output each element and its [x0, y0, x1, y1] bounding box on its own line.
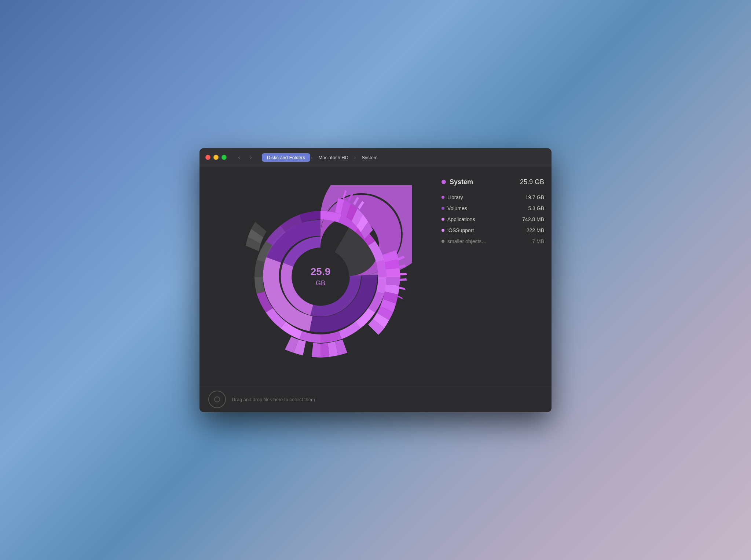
breadcrumb-macintosh-hd[interactable]: Macintosh HD — [313, 153, 353, 162]
legend-name-iossupport: iOSSupport — [447, 227, 474, 233]
breadcrumb-system[interactable]: System — [356, 153, 382, 162]
main-content: 25.9 GB System 25.9 GB Library 19.7 GB — [199, 167, 552, 387]
legend-title-size: 25.9 GB — [520, 178, 544, 186]
legend-title: System 25.9 GB — [442, 178, 544, 186]
legend-dot-library — [442, 196, 444, 199]
list-item[interactable]: Volumes 5.3 GB — [442, 203, 544, 214]
legend-name-smaller: smaller objects… — [447, 238, 487, 244]
legend-size-iossupport: 222 MB — [527, 227, 544, 233]
breadcrumb: Disks and Folders › Macintosh HD › Syste… — [262, 153, 383, 162]
close-button[interactable] — [205, 155, 210, 160]
drop-icon-inner — [214, 396, 220, 402]
legend-title-name: System — [450, 178, 473, 186]
legend-dot-smaller — [442, 240, 444, 243]
list-item[interactable]: Library 19.7 GB — [442, 192, 544, 203]
breadcrumb-sep-2: › — [354, 155, 356, 160]
legend-name-library: Library — [447, 194, 463, 200]
minimize-button[interactable] — [213, 155, 219, 160]
legend-size-library: 19.7 GB — [525, 194, 544, 200]
list-item[interactable]: iOSSupport 222 MB — [442, 225, 544, 236]
chart-center-unit: GB — [316, 279, 325, 286]
footer: Drag and drop files here to collect them — [199, 387, 552, 412]
app-window: ‹ › Disks and Folders › Macintosh HD › S… — [199, 148, 552, 412]
legend-title-left: System — [442, 178, 473, 186]
sunburst-chart[interactable]: 25.9 GB — [229, 185, 412, 369]
chart-center-value: 25.9 — [311, 266, 331, 277]
chart-area: 25.9 GB — [207, 175, 434, 379]
legend-row-left-library: Library — [442, 194, 463, 200]
legend-row-left-volumes: Volumes — [442, 205, 467, 211]
legend-row-left-iossupport: iOSSupport — [442, 227, 474, 233]
legend-dot-volumes — [442, 207, 444, 210]
legend-size-volumes: 5.3 GB — [528, 205, 544, 211]
list-item[interactable]: smaller objects… 7 MB — [442, 236, 544, 247]
drop-target-icon[interactable] — [208, 391, 226, 408]
footer-label: Drag and drop files here to collect them — [232, 397, 315, 402]
nav-buttons: ‹ › — [234, 153, 256, 161]
legend-dot-iossupport — [442, 229, 444, 232]
legend-size-applications: 742.8 MB — [522, 216, 544, 222]
legend-size-smaller: 7 MB — [532, 238, 544, 244]
legend-row-left-applications: Applications — [442, 216, 475, 222]
list-item[interactable]: Applications 742.8 MB — [442, 214, 544, 225]
legend-dot-applications — [442, 218, 444, 221]
traffic-lights — [205, 155, 227, 160]
back-button[interactable]: ‹ — [234, 153, 244, 161]
maximize-button[interactable] — [221, 155, 227, 160]
legend-area: System 25.9 GB Library 19.7 GB Volumes 5… — [442, 175, 544, 379]
legend-name-volumes: Volumes — [447, 205, 467, 211]
titlebar: ‹ › Disks and Folders › Macintosh HD › S… — [199, 148, 552, 167]
legend-name-applications: Applications — [447, 216, 475, 222]
legend-row-left-smaller: smaller objects… — [442, 238, 487, 244]
breadcrumb-disks-and-folders[interactable]: Disks and Folders — [262, 153, 310, 162]
breadcrumb-sep-1: › — [311, 155, 312, 160]
forward-button[interactable]: › — [246, 153, 256, 161]
legend-title-dot — [442, 180, 446, 184]
